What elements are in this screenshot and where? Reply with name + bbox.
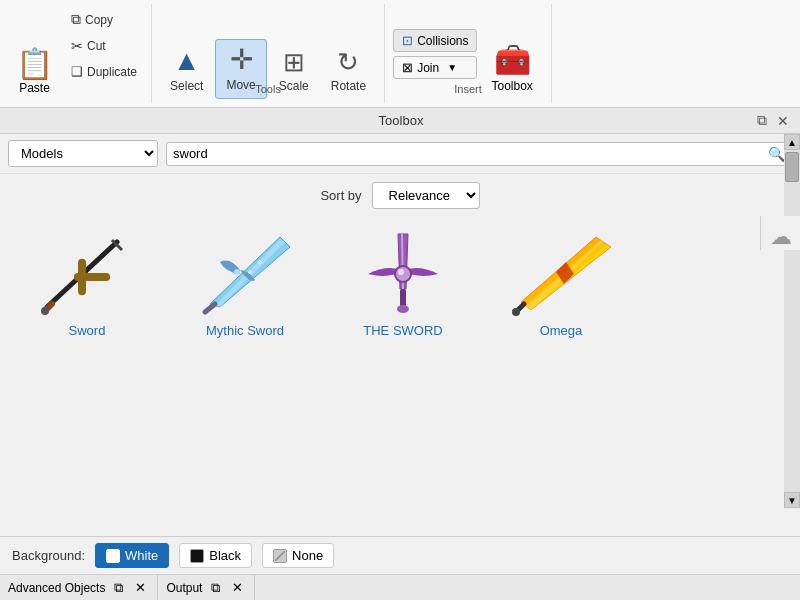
copy-button[interactable]: ⧉ Copy [65, 9, 143, 30]
insert-label: Insert [385, 79, 551, 95]
item-label: THE SWORD [363, 323, 442, 338]
tools-label: Tools [152, 79, 384, 95]
white-label: White [125, 548, 158, 563]
white-swatch [106, 549, 120, 563]
item-label: Sword [69, 323, 106, 338]
svg-point-11 [398, 269, 404, 275]
advanced-objects-close-button[interactable]: ✕ [132, 580, 149, 595]
items-grid: Sword [0, 217, 800, 358]
status-bar: Advanced Objects ⧉ ✕ Output ⧉ ✕ [0, 574, 800, 600]
item-image [496, 229, 626, 319]
search-input-wrapper: 🔍 [166, 142, 792, 166]
black-background-button[interactable]: Black [179, 543, 252, 568]
sort-label: Sort by [320, 188, 361, 203]
svg-point-9 [248, 270, 252, 274]
toolbox-search-row: Models 🔍 [0, 134, 800, 174]
toolbox-panel: Toolbox ⧉ ✕ Models 🔍 Sort by Relevance [0, 108, 800, 600]
black-swatch [190, 549, 204, 563]
join-label: Join [417, 61, 439, 75]
scrollbar-track: ▲ ▼ [784, 134, 800, 508]
toolbox-close-button[interactable]: ✕ [774, 112, 792, 129]
collisions-label: Collisions [417, 34, 468, 48]
scrollbar-thumb[interactable] [785, 152, 799, 182]
toolbox-header: Toolbox ⧉ ✕ [0, 108, 800, 134]
right-panel: ☁ [760, 216, 800, 250]
white-background-button[interactable]: White [95, 543, 169, 568]
sort-dropdown[interactable]: Relevance [372, 182, 480, 209]
background-bar: Background: White Black None [0, 536, 800, 574]
models-dropdown[interactable]: Models [8, 140, 158, 167]
svg-rect-12 [400, 289, 406, 307]
svg-point-13 [397, 305, 409, 313]
output-label: Output [166, 581, 202, 595]
svg-point-8 [258, 260, 262, 264]
paste-label: Paste [19, 81, 50, 95]
advanced-objects-section: Advanced Objects ⧉ ✕ [0, 575, 158, 600]
none-label: None [292, 548, 323, 563]
search-icon: 🔍 [768, 146, 785, 162]
none-swatch [273, 549, 287, 563]
scrollbar-up-button[interactable]: ▲ [784, 134, 800, 150]
list-item[interactable]: Omega [486, 225, 636, 342]
svg-point-15 [512, 308, 520, 316]
toolbox-pin-button[interactable]: ⧉ [754, 112, 770, 129]
item-image [22, 229, 152, 319]
list-item[interactable]: Sword [12, 225, 162, 342]
advanced-objects-pin-button[interactable]: ⧉ [111, 580, 126, 596]
toolbox-title: Toolbox [48, 113, 754, 128]
cut-button[interactable]: ✂ Cut [65, 36, 143, 56]
collisions-button[interactable]: ⊡ Collisions [393, 29, 477, 52]
paste-button[interactable]: 📋 Paste [8, 45, 61, 99]
join-button[interactable]: ⊠ Join ▼ [393, 56, 477, 79]
scrollbar-down-button[interactable]: ▼ [784, 492, 800, 508]
list-item[interactable]: Mythic Sword [170, 225, 320, 342]
list-item[interactable]: THE SWORD [328, 225, 478, 342]
item-image [180, 229, 310, 319]
none-background-button[interactable]: None [262, 543, 334, 568]
toolbox-header-controls: ⧉ ✕ [754, 112, 792, 129]
duplicate-label: Duplicate [87, 65, 137, 79]
toolbar: 📋 Paste ⧉ Copy ✂ Cut ❑ Duplicate Clipboa… [0, 0, 800, 108]
duplicate-button[interactable]: ❑ Duplicate [65, 62, 143, 81]
output-close-button[interactable]: ✕ [229, 580, 246, 595]
cloud-icon: ☁ [770, 224, 792, 250]
main-area: Toolbox ⧉ ✕ Models 🔍 Sort by Relevance [0, 108, 800, 600]
svg-point-6 [234, 269, 240, 275]
svg-line-7 [205, 304, 215, 312]
sort-row: Sort by Relevance [0, 174, 800, 217]
svg-line-16 [275, 551, 285, 561]
item-label: Omega [540, 323, 583, 338]
cut-label: Cut [87, 39, 106, 53]
item-label: Mythic Sword [206, 323, 284, 338]
svg-point-5 [41, 307, 49, 315]
advanced-objects-label: Advanced Objects [8, 581, 105, 595]
black-label: Black [209, 548, 241, 563]
copy-label: Copy [85, 13, 113, 27]
background-label: Background: [12, 548, 85, 563]
search-input[interactable] [173, 146, 768, 161]
output-pin-button[interactable]: ⧉ [208, 580, 223, 596]
item-image [338, 229, 468, 319]
output-section: Output ⧉ ✕ [158, 575, 255, 600]
